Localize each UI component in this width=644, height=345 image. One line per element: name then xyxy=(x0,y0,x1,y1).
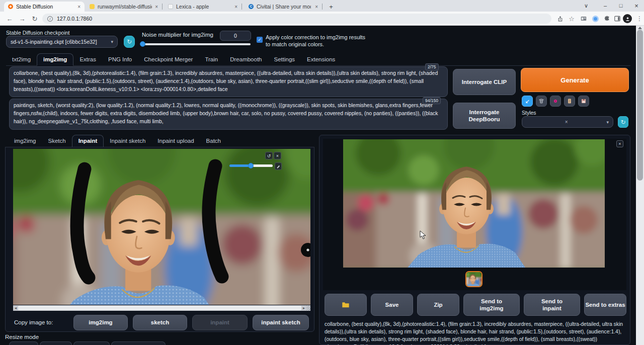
tab-txt2img[interactable]: txt2img xyxy=(6,54,37,65)
checkpoint-select[interactable]: sd-v1-5-inpainting.ckpt [c6bbc15e32] ▾ xyxy=(6,36,118,48)
extensions-puzzle-icon[interactable] xyxy=(602,14,611,23)
send-to-img2img-button[interactable]: Send to img2img xyxy=(463,294,520,316)
color-correction-label: Apply color correction to img2img result… xyxy=(266,34,368,48)
tab-png-info[interactable]: PNG Info xyxy=(102,54,138,65)
extension-circle-icon[interactable] xyxy=(591,14,600,23)
result-image[interactable] xyxy=(343,139,605,268)
brush-size-handle[interactable] xyxy=(248,163,254,168)
tab-close-icon[interactable]: × xyxy=(234,4,237,10)
noise-multiplier-label: Noise multiplier for img2img xyxy=(142,32,213,38)
output-buttons: Save Zip Send to img2img Send to inpaint… xyxy=(325,294,626,316)
page-scroll-thumb[interactable] xyxy=(637,30,643,181)
noise-multiplier-input[interactable]: 0 xyxy=(220,31,251,41)
save-style-button[interactable] xyxy=(578,96,589,107)
browser-tab-civitai[interactable]: C Civitai | Share your models × xyxy=(245,2,322,12)
browser-tab-runwayml[interactable]: runwayml/stable-diffusion-inpai × xyxy=(86,2,162,12)
generate-button[interactable]: Generate xyxy=(521,68,629,92)
reload-button[interactable]: ↻ xyxy=(29,13,40,24)
hscroll-thumb[interactable] xyxy=(18,306,301,310)
resize-grip[interactable] xyxy=(306,306,310,310)
extension-grid-icon[interactable] xyxy=(579,14,588,23)
screen: Stable Diffusion × runwayml/stable-diffu… xyxy=(0,0,644,345)
tab-dreambooth[interactable]: Dreambooth xyxy=(224,54,268,65)
resize-option-4[interactable] xyxy=(111,341,166,345)
tab-img2img[interactable]: img2img xyxy=(37,53,73,66)
share-icon[interactable] xyxy=(555,14,565,23)
forward-button[interactable]: → xyxy=(17,13,28,24)
tab-extras[interactable]: Extras xyxy=(73,54,102,65)
resize-option-3[interactable] xyxy=(73,341,110,345)
resize-mode-label: Resize mode xyxy=(5,334,39,340)
inpaint-image xyxy=(13,149,310,305)
save-button[interactable]: Save xyxy=(371,294,413,316)
tab-settings[interactable]: Settings xyxy=(268,54,301,65)
clear-styles-icon[interactable]: × xyxy=(565,119,568,125)
tab-title: Civitai | Share your models xyxy=(257,4,311,10)
new-tab-button[interactable]: + xyxy=(326,2,336,12)
scroll-left-icon[interactable]: ◂ xyxy=(13,306,18,310)
styles-select[interactable]: × ▾ xyxy=(522,116,613,128)
site-info-icon[interactable]: i xyxy=(47,16,53,22)
page-scrollbar[interactable] xyxy=(636,26,644,345)
tab-extensions[interactable]: Extensions xyxy=(301,54,341,65)
window-minimize-button[interactable]: – xyxy=(599,0,612,11)
tab-inpaint-upload[interactable]: Inpaint upload xyxy=(151,135,200,147)
resize-option-2[interactable] xyxy=(40,341,72,345)
send-to-inpaint-button[interactable]: Send to inpaint xyxy=(524,294,580,316)
interrogate-deepbooru-button[interactable]: Interrogate DeepBooru xyxy=(453,103,516,129)
tab-batch[interactable]: Batch xyxy=(200,135,227,147)
noise-multiplier-slider[interactable] xyxy=(142,43,251,45)
tab-close-icon[interactable]: × xyxy=(77,4,80,10)
refresh-checkpoint-button[interactable]: ↻ xyxy=(124,36,135,48)
clear-prompt-button[interactable] xyxy=(536,96,547,107)
undo-brush-button[interactable]: ↺ xyxy=(265,152,273,159)
window-menu-icon[interactable]: ∨ xyxy=(580,0,593,11)
browser-menu-icon[interactable]: ⋮ xyxy=(635,14,644,23)
gallery-thumbnail[interactable] xyxy=(465,271,482,287)
back-button[interactable]: ← xyxy=(4,13,15,24)
checkpoint-value: sd-v1-5-inpainting.ckpt [c6bbc15e32] xyxy=(11,39,97,45)
apply-style-button[interactable] xyxy=(564,96,575,107)
open-folder-button[interactable] xyxy=(325,294,367,316)
tab-sketch[interactable]: Sketch xyxy=(42,135,71,147)
tab-train[interactable]: Train xyxy=(199,54,224,65)
canvas-hscrollbar[interactable]: ◂ ▸ xyxy=(13,305,310,311)
stable-diffusion-webui: Stable Diffusion checkpoint sd-v1-5-inpa… xyxy=(0,26,636,345)
paste-generation-params-button[interactable]: ↙ xyxy=(522,96,533,107)
profile-avatar[interactable] xyxy=(623,14,632,23)
tab-close-icon[interactable]: × xyxy=(315,4,318,10)
send-to-extras-button[interactable]: Send to extras xyxy=(584,294,626,316)
tab-checkpoint-merger[interactable]: Checkpoint Merger xyxy=(138,54,199,65)
brush-settings-button[interactable] xyxy=(275,162,282,170)
inpaint-canvas[interactable] xyxy=(13,149,310,305)
tab-img2img-mode[interactable]: img2img xyxy=(5,135,42,147)
window-maximize-button[interactable]: □ xyxy=(614,0,627,11)
bookmark-star-icon[interactable]: ☆ xyxy=(567,14,576,23)
browser-tab-stable-diffusion[interactable]: Stable Diffusion × xyxy=(4,2,85,12)
close-gallery-button[interactable]: × xyxy=(616,140,623,147)
zip-button[interactable]: Zip xyxy=(417,294,459,316)
scroll-right-icon[interactable]: ▸ xyxy=(301,306,306,310)
noise-slider-handle[interactable] xyxy=(140,41,145,47)
interrogate-clip-button[interactable]: Interrogate CLIP xyxy=(453,69,516,95)
negative-prompt-textarea[interactable]: paintings, sketch, (worst quality:2), (l… xyxy=(9,99,448,130)
prompt-textarea[interactable]: collarbone, (best quality),(8k, 3d),(pho… xyxy=(9,66,448,97)
copy-to-inpaint-sketch-button[interactable]: inpaint sketch xyxy=(253,315,309,330)
side-panel-icon[interactable] xyxy=(613,14,622,23)
clear-image-button[interactable]: × xyxy=(274,152,281,159)
tab-inpaint-sketch[interactable]: Inpaint sketch xyxy=(104,135,151,147)
refresh-styles-button[interactable]: ↻ xyxy=(618,116,628,128)
extra-networks-button[interactable] xyxy=(550,96,561,107)
address-bar[interactable]: i 127.0.0.1:7860 xyxy=(42,14,551,24)
copy-to-img2img-button[interactable]: img2img xyxy=(73,315,128,330)
tab-close-icon[interactable]: × xyxy=(155,4,158,10)
color-correction-checkbox[interactable]: ✓ xyxy=(257,37,263,43)
copy-to-sketch-button[interactable]: sketch xyxy=(133,315,187,330)
copy-image-to-label: Copy image to: xyxy=(14,319,53,325)
url-text: 127.0.0.1:7860 xyxy=(57,16,92,22)
browser-tab-lexica[interactable]: Lexica - apple × xyxy=(164,2,242,12)
window-close-button[interactable]: × xyxy=(630,0,643,11)
tab-inpaint[interactable]: Inpaint xyxy=(72,135,104,147)
resize-option-1[interactable] xyxy=(9,341,38,345)
tab-title: Stable Diffusion xyxy=(16,4,53,10)
